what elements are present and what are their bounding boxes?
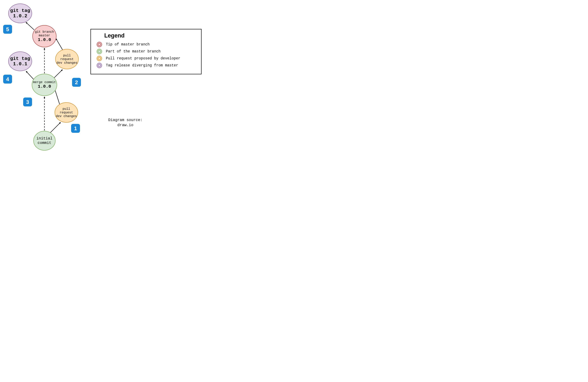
legend-row-red: Tip of master branch — [97, 42, 195, 47]
legend-swatch-red — [97, 42, 102, 47]
step-badge-3: 3 — [23, 97, 32, 106]
node-pr-bottom-line1: pull request — [55, 107, 78, 114]
node-tag-101-version: 1.0.1 — [13, 61, 27, 67]
source-note-line2: draw.io — [102, 123, 149, 128]
node-pr-top-line2: dev changes — [57, 61, 77, 65]
edge-merge-to-pr2 — [53, 69, 63, 79]
node-master-line1: git branch — [35, 30, 54, 34]
legend-text-green: Part of the master branch — [106, 49, 161, 53]
node-initial-line1: initial — [37, 136, 53, 141]
edge-master-to-tag102 — [26, 22, 34, 30]
node-merge-version: 1.0.0 — [38, 84, 51, 89]
node-pr-top: pull request dev changes — [55, 49, 79, 69]
git-flow-diagram: git tag 1.0.2 git branch master 1.0.0 pu… — [0, 0, 235, 153]
node-initial-line2: commit — [38, 141, 51, 145]
node-pr-top-line1: pull request — [56, 54, 78, 61]
node-tag-101-line1: git tag — [10, 56, 30, 62]
step-badge-5: 5 — [3, 25, 12, 34]
edge-pr2-to-master — [56, 38, 63, 51]
legend-text-red: Tip of master branch — [106, 43, 150, 46]
node-tag-101: git tag 1.0.1 — [8, 51, 32, 71]
legend-swatch-orange — [97, 56, 102, 61]
legend-row-orange: Pull request proposed by developer — [97, 56, 195, 61]
legend-title: Legend — [104, 32, 195, 39]
legend-text-orange: Pull request proposed by developer — [106, 56, 180, 61]
step-badge-1: 1 — [71, 124, 80, 133]
legend-text-purple: Tag release diverging from master — [106, 63, 178, 67]
legend-box: Legend Tip of master branch Part of the … — [90, 29, 202, 74]
node-master: git branch master 1.0.0 — [32, 25, 57, 47]
step-badge-4: 4 — [3, 75, 12, 84]
node-pr-bottom-line2: dev changes — [56, 114, 77, 118]
node-master-line2: master — [39, 34, 50, 37]
node-initial: initial commit — [33, 131, 56, 151]
node-master-version: 1.0.0 — [38, 37, 51, 43]
node-tag-102: git tag 1.0.2 — [8, 3, 32, 23]
edge-initial-to-pr1 — [50, 122, 61, 133]
edges-layer — [0, 0, 235, 153]
legend-swatch-purple — [97, 63, 102, 68]
step-badge-2: 2 — [72, 78, 81, 87]
node-merge-line1: merge commit — [33, 80, 56, 84]
edge-pr1-to-merge — [55, 89, 60, 106]
legend-swatch-green — [97, 49, 102, 54]
legend-row-purple: Tag release diverging from master — [97, 63, 195, 68]
node-pr-bottom: pull request dev changes — [55, 102, 78, 123]
source-note: Diagram source: draw.io — [102, 117, 149, 128]
node-tag-102-line1: git tag — [10, 8, 30, 14]
node-tag-102-version: 1.0.2 — [13, 13, 27, 19]
edge-merge-to-tag101 — [26, 71, 34, 80]
source-note-line1: Diagram source: — [102, 117, 149, 123]
node-merge: merge commit 1.0.0 — [32, 74, 57, 96]
legend-row-green: Part of the master branch — [97, 49, 195, 54]
